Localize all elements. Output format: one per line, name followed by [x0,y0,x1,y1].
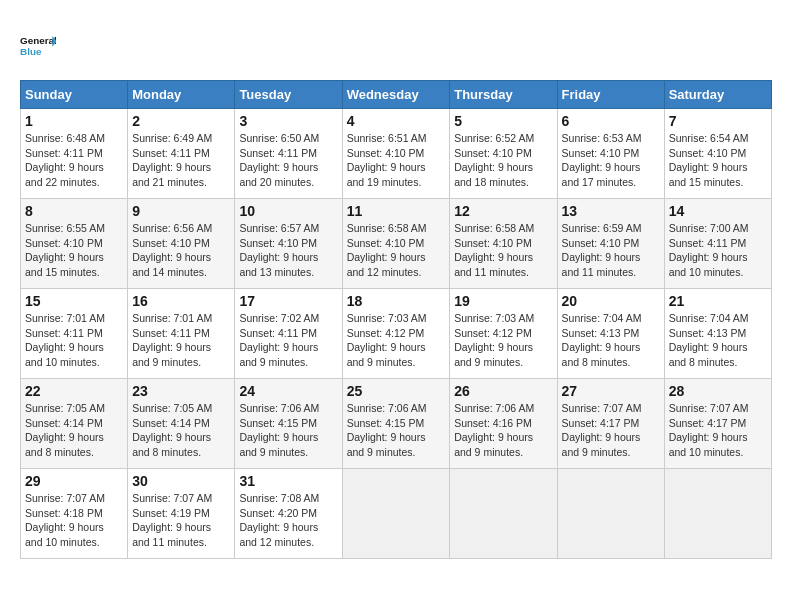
day-info: Sunrise: 6:56 AMSunset: 4:10 PMDaylight:… [132,221,230,280]
calendar-cell: 26Sunrise: 7:06 AMSunset: 4:16 PMDayligh… [450,379,557,469]
calendar-cell: 19Sunrise: 7:03 AMSunset: 4:12 PMDayligh… [450,289,557,379]
day-info: Sunrise: 6:50 AMSunset: 4:11 PMDaylight:… [239,131,337,190]
calendar-cell: 10Sunrise: 6:57 AMSunset: 4:10 PMDayligh… [235,199,342,289]
calendar-cell: 8Sunrise: 6:55 AMSunset: 4:10 PMDaylight… [21,199,128,289]
calendar-cell: 4Sunrise: 6:51 AMSunset: 4:10 PMDaylight… [342,109,450,199]
calendar-cell: 15Sunrise: 7:01 AMSunset: 4:11 PMDayligh… [21,289,128,379]
calendar-cell: 7Sunrise: 6:54 AMSunset: 4:10 PMDaylight… [664,109,771,199]
day-number: 4 [347,113,446,129]
day-number: 3 [239,113,337,129]
day-number: 2 [132,113,230,129]
day-info: Sunrise: 7:01 AMSunset: 4:11 PMDaylight:… [25,311,123,370]
day-number: 17 [239,293,337,309]
day-info: Sunrise: 7:07 AMSunset: 4:19 PMDaylight:… [132,491,230,550]
day-number: 21 [669,293,767,309]
calendar-cell: 24Sunrise: 7:06 AMSunset: 4:15 PMDayligh… [235,379,342,469]
day-number: 28 [669,383,767,399]
calendar-cell: 23Sunrise: 7:05 AMSunset: 4:14 PMDayligh… [128,379,235,469]
day-info: Sunrise: 6:49 AMSunset: 4:11 PMDaylight:… [132,131,230,190]
calendar-cell: 11Sunrise: 6:58 AMSunset: 4:10 PMDayligh… [342,199,450,289]
day-number: 9 [132,203,230,219]
calendar-cell [664,469,771,559]
calendar-week-row: 1Sunrise: 6:48 AMSunset: 4:11 PMDaylight… [21,109,772,199]
calendar-cell [342,469,450,559]
calendar-cell: 16Sunrise: 7:01 AMSunset: 4:11 PMDayligh… [128,289,235,379]
day-number: 23 [132,383,230,399]
day-info: Sunrise: 6:48 AMSunset: 4:11 PMDaylight:… [25,131,123,190]
day-info: Sunrise: 7:06 AMSunset: 4:15 PMDaylight:… [347,401,446,460]
calendar-cell [450,469,557,559]
svg-text:General: General [20,35,56,46]
day-info: Sunrise: 7:05 AMSunset: 4:14 PMDaylight:… [132,401,230,460]
day-info: Sunrise: 6:58 AMSunset: 4:10 PMDaylight:… [454,221,552,280]
calendar-cell: 20Sunrise: 7:04 AMSunset: 4:13 PMDayligh… [557,289,664,379]
day-info: Sunrise: 7:02 AMSunset: 4:11 PMDaylight:… [239,311,337,370]
day-number: 24 [239,383,337,399]
calendar-cell: 5Sunrise: 6:52 AMSunset: 4:10 PMDaylight… [450,109,557,199]
day-number: 22 [25,383,123,399]
calendar-table: SundayMondayTuesdayWednesdayThursdayFrid… [20,80,772,559]
calendar-cell: 31Sunrise: 7:08 AMSunset: 4:20 PMDayligh… [235,469,342,559]
day-info: Sunrise: 7:07 AMSunset: 4:17 PMDaylight:… [562,401,660,460]
day-number: 30 [132,473,230,489]
calendar-cell: 21Sunrise: 7:04 AMSunset: 4:13 PMDayligh… [664,289,771,379]
day-info: Sunrise: 7:07 AMSunset: 4:18 PMDaylight:… [25,491,123,550]
day-info: Sunrise: 6:54 AMSunset: 4:10 PMDaylight:… [669,131,767,190]
day-info: Sunrise: 7:04 AMSunset: 4:13 PMDaylight:… [669,311,767,370]
day-number: 13 [562,203,660,219]
calendar-week-row: 22Sunrise: 7:05 AMSunset: 4:14 PMDayligh… [21,379,772,469]
day-number: 11 [347,203,446,219]
day-info: Sunrise: 6:58 AMSunset: 4:10 PMDaylight:… [347,221,446,280]
calendar-cell: 2Sunrise: 6:49 AMSunset: 4:11 PMDaylight… [128,109,235,199]
day-info: Sunrise: 6:57 AMSunset: 4:10 PMDaylight:… [239,221,337,280]
day-info: Sunrise: 7:01 AMSunset: 4:11 PMDaylight:… [132,311,230,370]
day-number: 8 [25,203,123,219]
day-info: Sunrise: 7:03 AMSunset: 4:12 PMDaylight:… [347,311,446,370]
calendar-week-row: 15Sunrise: 7:01 AMSunset: 4:11 PMDayligh… [21,289,772,379]
calendar-header-row: SundayMondayTuesdayWednesdayThursdayFrid… [21,81,772,109]
calendar-cell: 27Sunrise: 7:07 AMSunset: 4:17 PMDayligh… [557,379,664,469]
calendar-cell: 29Sunrise: 7:07 AMSunset: 4:18 PMDayligh… [21,469,128,559]
svg-text:Blue: Blue [20,46,42,57]
day-info: Sunrise: 6:55 AMSunset: 4:10 PMDaylight:… [25,221,123,280]
calendar-cell: 1Sunrise: 6:48 AMSunset: 4:11 PMDaylight… [21,109,128,199]
page-header: General Blue [20,20,772,70]
logo: General Blue [20,20,140,70]
day-info: Sunrise: 7:06 AMSunset: 4:16 PMDaylight:… [454,401,552,460]
day-number: 12 [454,203,552,219]
calendar-cell: 14Sunrise: 7:00 AMSunset: 4:11 PMDayligh… [664,199,771,289]
day-info: Sunrise: 6:52 AMSunset: 4:10 PMDaylight:… [454,131,552,190]
calendar-cell [557,469,664,559]
weekday-header-friday: Friday [557,81,664,109]
day-number: 16 [132,293,230,309]
calendar-cell: 25Sunrise: 7:06 AMSunset: 4:15 PMDayligh… [342,379,450,469]
calendar-cell: 28Sunrise: 7:07 AMSunset: 4:17 PMDayligh… [664,379,771,469]
weekday-header-wednesday: Wednesday [342,81,450,109]
calendar-week-row: 8Sunrise: 6:55 AMSunset: 4:10 PMDaylight… [21,199,772,289]
day-info: Sunrise: 7:07 AMSunset: 4:17 PMDaylight:… [669,401,767,460]
day-info: Sunrise: 7:00 AMSunset: 4:11 PMDaylight:… [669,221,767,280]
day-number: 31 [239,473,337,489]
day-number: 14 [669,203,767,219]
day-number: 10 [239,203,337,219]
day-number: 26 [454,383,552,399]
calendar-cell: 22Sunrise: 7:05 AMSunset: 4:14 PMDayligh… [21,379,128,469]
day-number: 27 [562,383,660,399]
day-info: Sunrise: 6:51 AMSunset: 4:10 PMDaylight:… [347,131,446,190]
day-number: 1 [25,113,123,129]
weekday-header-monday: Monday [128,81,235,109]
day-info: Sunrise: 7:05 AMSunset: 4:14 PMDaylight:… [25,401,123,460]
weekday-header-tuesday: Tuesday [235,81,342,109]
calendar-cell: 13Sunrise: 6:59 AMSunset: 4:10 PMDayligh… [557,199,664,289]
day-number: 29 [25,473,123,489]
calendar-cell: 6Sunrise: 6:53 AMSunset: 4:10 PMDaylight… [557,109,664,199]
calendar-cell: 17Sunrise: 7:02 AMSunset: 4:11 PMDayligh… [235,289,342,379]
day-info: Sunrise: 7:08 AMSunset: 4:20 PMDaylight:… [239,491,337,550]
day-number: 6 [562,113,660,129]
day-info: Sunrise: 7:03 AMSunset: 4:12 PMDaylight:… [454,311,552,370]
calendar-cell: 3Sunrise: 6:50 AMSunset: 4:11 PMDaylight… [235,109,342,199]
day-number: 25 [347,383,446,399]
calendar-cell: 18Sunrise: 7:03 AMSunset: 4:12 PMDayligh… [342,289,450,379]
day-number: 5 [454,113,552,129]
weekday-header-saturday: Saturday [664,81,771,109]
